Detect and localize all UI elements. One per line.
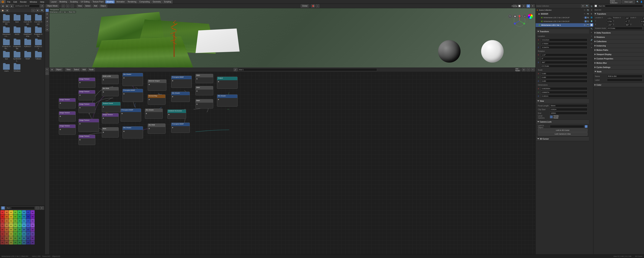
checker-cell[interactable]: C5 (18, 232, 22, 236)
checker-cell[interactable]: D4 (13, 227, 18, 231)
rotation-mode-field[interactable]: XYZ Euler (607, 27, 642, 30)
outliner-filter-btn[interactable]: ▼ (581, 4, 585, 8)
color-header[interactable]: Color (594, 83, 644, 87)
node-box-27[interactable]: Principled BSDF (171, 123, 190, 133)
focal-field[interactable]: 50mm (550, 104, 588, 107)
checker-cell[interactable]: F2 (5, 219, 9, 223)
checker-cell[interactable]: G7 (26, 214, 30, 219)
checker-cell[interactable]: E2 (5, 223, 9, 227)
view-dropdown[interactable]: View (76, 4, 83, 8)
view-layer-selector[interactable]: View Layer (622, 0, 635, 4)
node-add-dropdown[interactable]: Add (81, 68, 87, 71)
folder-item[interactable]: ProgramData (12, 39, 22, 50)
section-header-viewport-display[interactable]: Viewport Display (594, 52, 644, 56)
node-box-17[interactable]: Principled BSDF (120, 109, 141, 122)
folder-item[interactable]: Documents s... (2, 27, 12, 38)
shading-mode2[interactable]: ● (522, 4, 526, 8)
outliner-wintertarwe-1[interactable]: 🌿 Wintertarwe LOD 2 Var 1 BACKUP 👁 ✓ 📷 (536, 16, 590, 20)
folder-item[interactable]: Civil 3D Props (23, 14, 33, 26)
loc-z[interactable]: 1.047 (606, 24, 613, 27)
node-material-icon[interactable]: 🖊 (234, 68, 238, 71)
scl-y[interactable]: 0.480 (640, 20, 644, 23)
shading-mode4[interactable]: ✦ (531, 4, 535, 8)
checker-cell[interactable]: H2 (5, 210, 9, 214)
props-output-icon[interactable]: 🖥 (590, 8, 593, 12)
checker-cell[interactable]: A4 (13, 240, 18, 244)
node-box-20[interactable]: Image Texture (78, 119, 99, 132)
checker-cell[interactable]: H8 (30, 210, 35, 214)
tab-rendering[interactable]: Rendering (126, 0, 138, 4)
node-box-9[interactable]: Normal Map (148, 94, 166, 105)
camera-icon1[interactable]: 📷 (508, 14, 512, 18)
checker-cell[interactable]: C2 (5, 232, 9, 236)
checker-cell[interactable]: C6 (22, 232, 26, 236)
filebrowser-path[interactable]: workspace.blend (14, 5, 40, 8)
edit-menu[interactable]: Edit (12, 0, 18, 4)
checker-cell[interactable]: E1 (0, 223, 4, 227)
cursor-3d-header[interactable]: 3D Cursor (536, 137, 589, 141)
props-modifier-icon[interactable]: 🔧 (590, 27, 593, 30)
folder-item[interactable]: TEMP (23, 51, 33, 63)
window-menu[interactable]: Window (28, 0, 38, 4)
tab-shading[interactable]: Shading (105, 0, 115, 4)
node-zoom-out[interactable]: − (526, 68, 530, 71)
loc-x[interactable]: 0.011 (606, 17, 613, 20)
node-canvas[interactable]: Image Texture Image Texture Image Textur… (50, 72, 536, 254)
scale-y-field[interactable]: 0.480 (541, 76, 588, 79)
node-box-15[interactable]: Image Texture (59, 111, 76, 122)
checker-list-btn[interactable]: ≡ (40, 206, 44, 210)
checker-cell[interactable]: G2 (5, 214, 9, 219)
checker-cell[interactable]: F8 (30, 219, 35, 223)
folder-item[interactable]: SOBEK212 (33, 39, 43, 50)
section-header-custom-properties[interactable]: Custom Properties (594, 57, 644, 61)
dim-y-field[interactable]: 0.86667m (541, 91, 588, 94)
scale-x-field[interactable]: 0.480 (541, 72, 588, 75)
folder-item[interactable]: Civil 3D Props (33, 14, 43, 26)
vp-btn2[interactable]: ↔ (66, 4, 70, 8)
outliner-backup[interactable]: ▶ BACKUP 👁 ↓ 📷 (536, 12, 590, 16)
checker-cell[interactable]: C1 (0, 232, 4, 236)
props-material-icon[interactable]: ● (590, 46, 593, 49)
item-transform-header[interactable]: Transform (594, 12, 644, 16)
checker-cell[interactable]: C3 (9, 232, 13, 236)
checker-cell[interactable]: A8 (30, 240, 35, 244)
render-border-btn[interactable]: Render Border (554, 115, 558, 119)
checker-cell[interactable]: B6 (22, 236, 26, 240)
dim-z-field[interactable]: 0.1821m (541, 95, 588, 98)
checker-cell[interactable]: F1 (0, 219, 4, 223)
checker-cell[interactable]: D2 (5, 227, 9, 231)
outliner-wintertarwe-2[interactable]: 🌿 Wintertarwe LOD 2 Var 2 BACKUP 👁 ✓ 📷 (536, 20, 590, 23)
folder-item[interactable]: boot (12, 14, 22, 26)
checker-cell[interactable]: D6 (22, 227, 26, 231)
lock-camera-view-btn[interactable]: Lock Camera to View (538, 132, 588, 136)
clip-start-field[interactable]: 0.001m (550, 108, 588, 111)
section-header-relations[interactable]: Relations (594, 35, 644, 39)
checker-cell[interactable]: C8 (30, 232, 35, 236)
checker-cell[interactable]: B2 (5, 236, 9, 240)
node-box-7[interactable]: Material Output (148, 79, 166, 91)
folder-item[interactable]: Python27 (23, 39, 33, 50)
checker-cell[interactable]: A1 (0, 240, 4, 244)
checker-cell[interactable]: E5 (18, 223, 22, 227)
node-box-2[interactable]: Image Texture (78, 103, 95, 113)
tool-transform[interactable]: ✦ (46, 28, 49, 31)
lock-to-object-field[interactable] (550, 125, 584, 128)
folder-item[interactable]: JUICE (12, 27, 22, 38)
sort-btn[interactable]: ↕ (31, 9, 35, 12)
checker-cell[interactable]: E7 (26, 223, 30, 227)
rot-y[interactable]: 0° (625, 20, 628, 23)
scl-z[interactable]: 0.480 (642, 24, 644, 27)
overlays-btn[interactable]: Overlays (513, 4, 517, 8)
search-btn[interactable]: 🔍 (40, 9, 44, 12)
checker-cell[interactable]: G4 (13, 214, 18, 219)
add-dropdown[interactable]: Add (92, 4, 98, 8)
node-box-13[interactable]: Output (217, 77, 238, 89)
node-material-name[interactable]: Blad 1 (238, 68, 377, 71)
filter-btn[interactable]: ▼ (36, 9, 40, 12)
checker-cell[interactable]: C7 (26, 232, 30, 236)
tab-modeling[interactable]: Modeling (58, 0, 68, 4)
euler-field[interactable]: XYZ Euler (540, 65, 588, 68)
refresh-btn[interactable]: ↺ (40, 4, 44, 8)
tab-uv-editing[interactable]: UV Editing (80, 0, 91, 4)
folder-item[interactable]: OneDriveTemp (23, 27, 33, 38)
